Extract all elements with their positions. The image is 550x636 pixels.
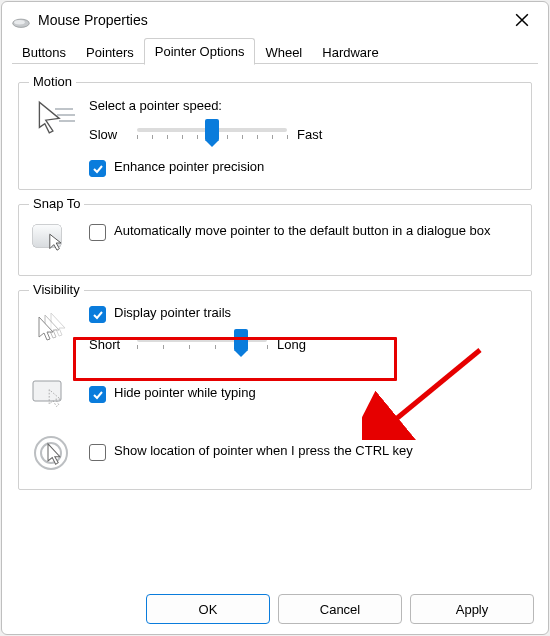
pointer-speed-icon — [31, 97, 75, 141]
ok-button[interactable]: OK — [146, 594, 270, 624]
close-button[interactable] — [502, 5, 542, 35]
hide-typing-box — [89, 386, 106, 403]
cancel-button[interactable]: Cancel — [278, 594, 402, 624]
hide-typing-checkbox[interactable]: Hide pointer while typing — [89, 385, 519, 403]
ctrl-locate-box — [89, 444, 106, 461]
snap-to-box — [89, 224, 106, 241]
content: Motion Select a pointer speed: — [2, 64, 548, 584]
apply-button[interactable]: Apply — [410, 594, 534, 624]
short-label: Short — [89, 337, 127, 352]
tab-pointers[interactable]: Pointers — [76, 41, 144, 65]
titlebar: Mouse Properties — [2, 2, 548, 38]
trails-icon — [31, 305, 75, 349]
enhance-precision-label: Enhance pointer precision — [114, 159, 264, 174]
fast-label: Fast — [297, 127, 335, 142]
display-trails-label: Display pointer trails — [114, 305, 231, 320]
group-snap-title: Snap To — [29, 196, 84, 212]
mouse-icon — [12, 15, 30, 25]
snap-to-icon — [31, 219, 75, 263]
close-icon — [515, 13, 529, 27]
mouse-properties-window: Mouse Properties Buttons Pointers Pointe… — [1, 1, 549, 635]
group-visibility: Visibility — [18, 290, 532, 490]
tab-buttons[interactable]: Buttons — [12, 41, 76, 65]
hide-typing-label: Hide pointer while typing — [114, 385, 256, 400]
dialog-buttons: OK Cancel Apply — [2, 584, 548, 634]
display-trails-box — [89, 306, 106, 323]
hide-typing-icon — [31, 375, 75, 419]
group-snap-to: Snap To — [18, 204, 532, 276]
group-motion: Motion Select a pointer speed: — [18, 82, 532, 190]
trail-length-slider[interactable] — [137, 331, 267, 357]
tab-wheel[interactable]: Wheel — [255, 41, 312, 65]
tab-hardware[interactable]: Hardware — [312, 41, 388, 65]
window-title: Mouse Properties — [38, 12, 148, 28]
snap-to-label: Automatically move pointer to the defaul… — [114, 223, 491, 238]
pointer-speed-slider[interactable] — [137, 121, 287, 147]
enhance-precision-checkbox[interactable]: Enhance pointer precision — [89, 159, 519, 177]
ctrl-locate-checkbox[interactable]: Show location of pointer when I press th… — [89, 443, 519, 461]
svg-point-1 — [14, 19, 25, 24]
group-motion-title: Motion — [29, 74, 76, 90]
display-trails-checkbox[interactable]: Display pointer trails — [89, 305, 519, 323]
pointer-speed-label: Select a pointer speed: — [89, 97, 519, 115]
svg-rect-7 — [33, 381, 61, 401]
ctrl-locate-icon — [31, 433, 75, 477]
enhance-precision-box — [89, 160, 106, 177]
long-label: Long — [277, 337, 315, 352]
ctrl-locate-label: Show location of pointer when I press th… — [114, 443, 413, 458]
snap-to-checkbox[interactable]: Automatically move pointer to the defaul… — [89, 223, 519, 241]
tabstrip: Buttons Pointers Pointer Options Wheel H… — [2, 38, 548, 64]
tab-pointer-options[interactable]: Pointer Options — [144, 38, 256, 65]
group-visibility-title: Visibility — [29, 282, 84, 298]
slow-label: Slow — [89, 127, 127, 142]
